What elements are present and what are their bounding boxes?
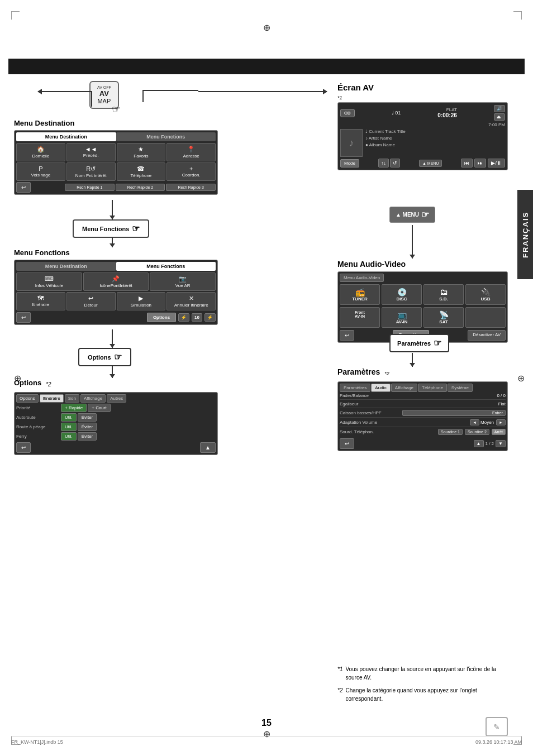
finger-icon: ☞ xyxy=(112,103,121,116)
params-tab-params[interactable]: Paramètres xyxy=(340,384,370,392)
av-source-front-avin[interactable]: FrontAV-IN xyxy=(340,307,380,328)
opts-tab-son[interactable]: Son xyxy=(65,394,79,403)
cd-menu-btn[interactable]: ▲ MENU xyxy=(419,160,442,167)
fonctions-item-itineraire[interactable]: 🗺Itinéraire xyxy=(16,292,65,310)
nav-item-domicile[interactable]: 🏠Domicile xyxy=(16,143,65,161)
av-source-usb[interactable]: 🔌USB xyxy=(465,284,506,305)
rech-rapide-1[interactable]: Rech Rapide 1 xyxy=(65,184,115,191)
reg-mark-right: ⊕ xyxy=(517,373,525,384)
params-tab-telephone[interactable]: Téléphone xyxy=(418,384,447,392)
cd-prev-btn[interactable]: ⏮ xyxy=(461,159,473,168)
cd-play-btn[interactable]: ▶/⏸ xyxy=(488,159,505,168)
nav-item-telephone[interactable]: ☎Téléphone xyxy=(117,162,166,181)
cd-next-btn[interactable]: ⏭ xyxy=(474,159,486,168)
opts-val-util3[interactable]: Util. xyxy=(61,432,77,441)
parametres-title: Paramètres xyxy=(337,367,380,376)
fonctions-item-vue[interactable]: 📷Vue AR xyxy=(150,272,216,291)
opts-row-ferry: Ferry Util. Éviter xyxy=(16,432,216,441)
params-nav-down[interactable]: ▼ xyxy=(496,440,506,447)
fonctions-item-simulation[interactable]: ▶Simulation xyxy=(117,292,166,310)
parametres-section: Paramètres *2 Paramètres Audio Affichage… xyxy=(337,367,508,451)
rech-rapide-3[interactable]: Rech Rapide 3 xyxy=(166,184,216,191)
av-source-disc[interactable]: 💿DISC xyxy=(382,284,422,305)
params-tab-affichage[interactable]: Affichage xyxy=(391,384,417,392)
fonctions-item-detour[interactable]: ↩Détour xyxy=(66,292,116,310)
opts-val-eviter3[interactable]: Éviter xyxy=(78,432,97,441)
params-entrer-btn[interactable]: Entrer xyxy=(402,410,506,416)
av-source-sat[interactable]: 📡SAT xyxy=(423,307,464,328)
av-map-button[interactable]: AV OFF AV MAP ☞ xyxy=(89,81,119,109)
cd-arrows-up[interactable]: ↑↓ xyxy=(378,159,389,168)
av-source-avin[interactable]: 📺AV-IN xyxy=(382,307,422,328)
av-back-btn[interactable]: ↩ xyxy=(340,330,354,341)
params-arrow-r[interactable]: ► xyxy=(496,419,506,425)
options-button-container[interactable]: Options ☞ xyxy=(78,348,131,366)
av-source-sd[interactable]: 🗂S.D. xyxy=(423,284,464,305)
nav-item-favoris[interactable]: ★Favoris xyxy=(117,143,166,161)
footnote-1-text: Vous pouvez changer la source en appuyan… xyxy=(345,665,505,682)
nav-item-coordon[interactable]: +Coordon. xyxy=(166,162,216,181)
fonctions-options-btn[interactable]: Options xyxy=(147,313,176,322)
opts-val-court[interactable]: + Court xyxy=(88,404,110,412)
cd-player-top-bar: CD ♩ 01 FLAT 0:00:26 🔊 ⏏ xyxy=(340,105,505,121)
tab-menu-fonctions-f[interactable]: Menu Fonctions xyxy=(116,262,216,271)
nav-item-voisinage[interactable]: PVoisinage xyxy=(16,162,65,181)
params-moyen: Moyen xyxy=(480,420,494,425)
cd-mode-btn[interactable]: Mode xyxy=(340,159,359,168)
fonctions-item-infos[interactable]: ⌨Infos Véhicule xyxy=(16,272,82,291)
top-bar xyxy=(8,59,525,74)
tab-menu-destination[interactable]: Menu Destination xyxy=(16,132,116,141)
params-arret[interactable]: Arrêt xyxy=(492,429,506,435)
options-btn-label: Options xyxy=(88,354,111,361)
cd-icon-vol[interactable]: 🔊 xyxy=(494,105,505,112)
fonctions-item-annuler[interactable]: ✕Annuler Itinéraire xyxy=(166,292,216,310)
opts-tab-autres[interactable]: Autres xyxy=(107,394,126,403)
params-sourdine2[interactable]: Sourdine 2 xyxy=(465,429,489,435)
nav-item-nom-pnt[interactable]: R↺Nom Pnt intérêt xyxy=(66,162,116,181)
cd-repeat-btn[interactable]: ↺ xyxy=(390,159,400,168)
opts-val-eviter1[interactable]: Éviter xyxy=(78,413,97,422)
nav-item-adresse[interactable]: 📍Adresse xyxy=(166,143,216,161)
nav-item-preced[interactable]: ◄◄Précéd. xyxy=(66,143,116,161)
av-off-label: AV OFF xyxy=(97,85,111,89)
opts-val-util1[interactable]: Util. xyxy=(61,413,77,422)
opts-val-util2[interactable]: Util. xyxy=(61,423,77,431)
fonctions-options-row: Options ⚡ 10 ⚡ xyxy=(147,313,216,322)
opts-up-btn[interactable]: ▲ xyxy=(200,442,216,453)
tab-menu-fonctions-header[interactable]: Menu Fonctions xyxy=(116,132,216,141)
params-tab-systeme[interactable]: Système xyxy=(448,384,473,392)
opts-tab-affichage[interactable]: Affichage xyxy=(80,394,106,403)
params-sourdine1[interactable]: Sourdine 1 xyxy=(438,429,463,435)
cd-time-group: FLAT 0:00:26 xyxy=(437,107,456,118)
fonctions-item-icone[interactable]: 📌IcônePontIntérêt xyxy=(83,272,149,291)
options-section: Options *2 Options Itinéraire Son Affich… xyxy=(14,379,218,455)
av-source-tuner[interactable]: 📻TUNER xyxy=(340,284,380,305)
opts-tab-itineraire[interactable]: Itinéraire xyxy=(40,394,64,403)
tab-menu-dest-f[interactable]: Menu Destination xyxy=(16,262,116,271)
params-val-fader: 0 / 0 xyxy=(401,393,506,398)
rech-rapide-2[interactable]: Rech Rapide 2 xyxy=(116,184,165,191)
menu-fonctions-btn-label: Menu Fonctions xyxy=(82,226,129,232)
params-back-btn[interactable]: ↩ xyxy=(340,438,354,449)
opts-val-rapide[interactable]: + Rapide xyxy=(61,404,87,412)
nav-back-btn[interactable]: ↩ xyxy=(16,182,31,193)
opts-val-eviter2[interactable]: Éviter xyxy=(78,423,97,431)
opts-label-peage: Route à péage xyxy=(16,424,61,429)
av-tab-label: Menu Audio-Video xyxy=(340,274,384,282)
params-row-egal: Egaliseur Flat xyxy=(340,401,506,408)
params-label-fader: Fader/Balance xyxy=(340,393,401,398)
params-nav-up[interactable]: ▲ xyxy=(474,440,484,447)
params-tab-audio[interactable]: Audio xyxy=(371,384,390,392)
opts-back-btn[interactable]: ↩ xyxy=(16,442,31,453)
cd-icon-eject[interactable]: ⏏ xyxy=(494,113,505,121)
av-desactiver-btn[interactable]: Désactiver AV xyxy=(468,330,506,341)
av-label: AV xyxy=(97,89,111,98)
params-arrow-l[interactable]: ◄ xyxy=(470,419,479,425)
cd-button[interactable]: CD xyxy=(340,109,355,117)
menu-button-right[interactable]: ▲ MENU ☞ xyxy=(389,207,435,223)
finger-icon-fonctions: ☞ xyxy=(132,223,140,234)
fonctions-back-btn[interactable]: ↩ xyxy=(16,312,31,323)
menu-fonctions-button[interactable]: Menu Fonctions ☞ xyxy=(73,219,149,238)
parametres-button-container[interactable]: Paramètres ☞ xyxy=(389,334,449,352)
nav-header: Menu Destination Menu Fonctions xyxy=(16,132,216,141)
